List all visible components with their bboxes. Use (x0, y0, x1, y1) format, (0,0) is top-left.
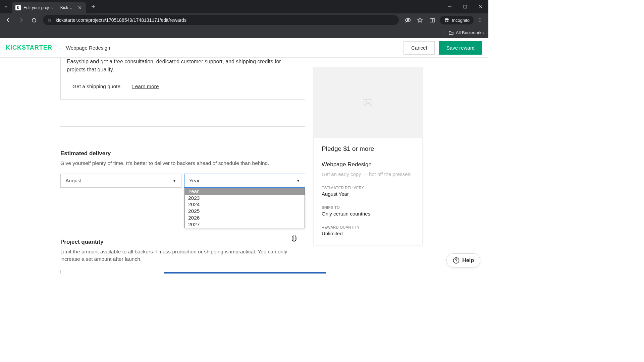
svg-point-6 (480, 18, 481, 19)
get-shipping-quote-button[interactable]: Get a shipping quote (67, 80, 126, 93)
preview-image-placeholder (314, 67, 422, 138)
app-header: KICKSTARTER ← Webpage Redesign Cancel Sa… (0, 38, 488, 58)
year-option-2024[interactable]: 2024 (185, 201, 305, 208)
bookmark-star-icon[interactable] (414, 14, 426, 26)
pledge-amount: Pledge $1 or more (322, 145, 414, 153)
reward-preview-card: Pledge $1 or more Webpage Redesign Get a… (313, 67, 423, 245)
project-quantity-subtext: Limit the amount available to all backer… (60, 248, 305, 263)
svg-point-8 (480, 21, 481, 22)
svg-point-2 (50, 20, 51, 21)
bookmarks-separator: | (443, 30, 444, 35)
new-tab-button[interactable] (89, 2, 98, 11)
year-dropdown: Year 2023 2024 2025 2026 2027 (184, 188, 305, 228)
close-window-button[interactable] (473, 0, 488, 13)
year-option-2023[interactable]: 2023 (185, 195, 305, 201)
reward-description: Get an early copy — hot off the presses! (322, 171, 414, 177)
favicon-icon: K (15, 5, 21, 10)
estimated-delivery-subtext: Give yourself plenty of time. It's bette… (60, 160, 305, 167)
estimated-delivery-heading: Estimated delivery (60, 150, 305, 157)
bookmarks-bar: | All Bookmarks (0, 27, 488, 38)
url-text: kickstarter.com/projects/1705188549/1748… (56, 17, 186, 23)
tab-close-icon[interactable] (77, 5, 83, 10)
shipping-description: Easyship and get a free consultation, de… (67, 58, 299, 74)
delivery-month-value: August (65, 178, 82, 184)
incognito-eye-icon[interactable] (402, 14, 414, 26)
help-icon (453, 257, 460, 264)
shipping-info-box: Easyship and get a free consultation, de… (60, 58, 305, 100)
project-back-link[interactable]: ← Webpage Redesign (58, 45, 110, 51)
all-bookmarks-label: All Bookmarks (456, 30, 484, 35)
cancel-button[interactable]: Cancel (404, 41, 435, 55)
all-bookmarks-button[interactable]: All Bookmarks (448, 30, 484, 36)
ships-to-label: SHIPS TO (322, 205, 414, 209)
svg-point-7 (480, 20, 481, 21)
delivery-year-select[interactable]: Year ▼ Year 2023 2024 2025 2026 2027 (184, 174, 305, 188)
reload-button[interactable] (28, 14, 40, 26)
estimated-delivery-value: August Year (322, 191, 414, 197)
svg-rect-0 (464, 5, 467, 8)
svg-point-12 (456, 262, 457, 262)
reward-quantity-label: REWARD QUANTITY (322, 225, 414, 229)
address-bar[interactable]: kickstarter.com/projects/1705188549/1748… (43, 15, 399, 25)
help-button[interactable]: Help (446, 253, 480, 267)
folder-icon (448, 30, 454, 36)
tab-title: Edit your project — Kickstarter (23, 5, 74, 10)
estimated-delivery-label: ESTIMATED DELIVERY (322, 186, 414, 190)
project-quantity-heading: Project quantity (60, 239, 305, 245)
help-label: Help (462, 257, 474, 263)
bottom-accent-strip (164, 272, 326, 274)
page-content: Easyship and get a free consultation, de… (0, 58, 488, 274)
incognito-icon (444, 17, 450, 23)
svg-point-1 (48, 19, 49, 20)
year-option-2027[interactable]: 2027 (185, 221, 305, 228)
reward-title: Webpage Redesign (322, 161, 414, 168)
window-controls (442, 0, 488, 13)
chrome-menu-icon[interactable] (474, 14, 486, 26)
delivery-month-select[interactable]: August ▼ (60, 174, 181, 188)
svg-rect-5 (430, 18, 434, 22)
delivery-year-value: Year (189, 178, 200, 184)
maximize-button[interactable] (458, 0, 473, 13)
incognito-chip[interactable]: Incognito (440, 16, 474, 24)
learn-more-link[interactable]: Learn more (132, 83, 159, 89)
browser-tab[interactable]: K Edit your project — Kickstarter (12, 2, 86, 13)
reward-quantity-value: Unlimited (322, 231, 414, 236)
incognito-label: Incognito (452, 18, 470, 23)
section-divider (60, 126, 305, 127)
year-option-2025[interactable]: 2025 (185, 208, 305, 215)
year-option-2026[interactable]: 2026 (185, 215, 305, 221)
back-arrow-icon: ← (58, 45, 63, 51)
tab-search-dropdown[interactable] (0, 1, 12, 13)
year-option-placeholder[interactable]: Year (185, 188, 305, 195)
browser-toolbar: kickstarter.com/projects/1705188549/1748… (0, 13, 488, 27)
browser-titlebar: K Edit your project — Kickstarter (0, 0, 488, 13)
caret-down-icon: ▼ (172, 178, 176, 183)
caret-down-icon: ▼ (296, 178, 300, 183)
site-settings-icon[interactable] (47, 17, 52, 23)
forward-button[interactable] (15, 14, 27, 26)
svg-point-10 (366, 101, 367, 102)
ships-to-value: Only certain countries (322, 211, 414, 217)
minimize-button[interactable] (442, 0, 458, 13)
save-reward-button[interactable]: Save reward (439, 41, 482, 55)
kickstarter-logo[interactable]: KICKSTARTER (6, 44, 52, 51)
project-name: Webpage Redesign (66, 45, 110, 51)
side-panel-icon[interactable] (426, 14, 438, 26)
image-placeholder-icon (364, 99, 372, 106)
svg-point-3 (49, 21, 50, 22)
back-button[interactable] (3, 14, 14, 26)
